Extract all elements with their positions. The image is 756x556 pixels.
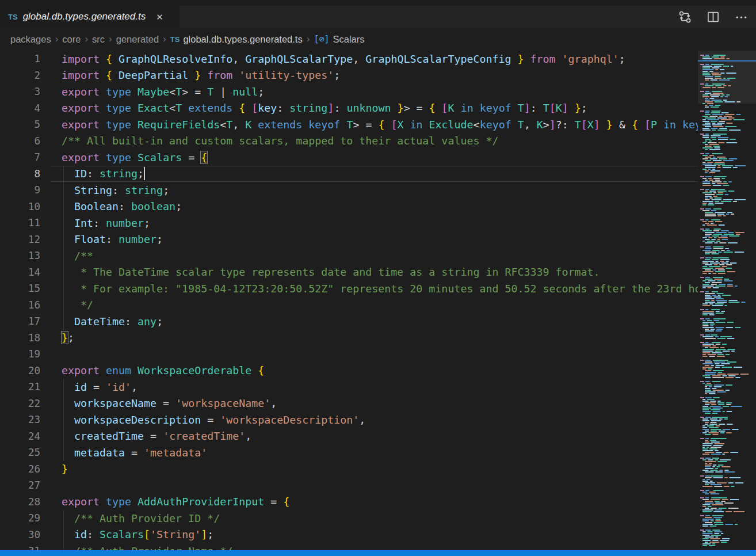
- line-number[interactable]: 11: [0, 217, 40, 229]
- code-line-4[interactable]: 4export type Exact<T extends { [key: str…: [0, 100, 698, 117]
- close-icon[interactable]: ✕: [154, 12, 166, 22]
- code-text[interactable]: String: string;: [62, 184, 169, 196]
- code-line-24[interactable]: 24 createdTime = 'createdTime',: [0, 428, 698, 445]
- code-line-22[interactable]: 22 workspaceName = 'workspaceName',: [0, 395, 698, 412]
- code-text[interactable]: export type Exact<T extends { [key: stri…: [62, 102, 587, 114]
- line-number[interactable]: 16: [0, 299, 40, 311]
- code-text[interactable]: * The DateTime scalar type represents da…: [62, 266, 600, 278]
- code-text[interactable]: export type Maybe<T> = T | null;: [62, 86, 264, 98]
- code-text[interactable]: DateTime: any;: [62, 315, 163, 327]
- code-text[interactable]: export enum WorkspaceOrderable {: [62, 364, 264, 376]
- code-text[interactable]: /** Auth Provider ID */: [62, 512, 220, 524]
- line-number[interactable]: 3: [0, 86, 40, 97]
- code-line-14[interactable]: 14 * The DateTime scalar type represents…: [0, 264, 698, 281]
- code-line-28[interactable]: 28export type AddAuthProviderInput = {: [0, 494, 698, 511]
- code-text[interactable]: id = 'id',: [62, 381, 138, 393]
- line-number[interactable]: 14: [0, 266, 40, 278]
- line-number[interactable]: 8: [0, 168, 40, 180]
- breadcrumb-item-global-db-types-generated-ts[interactable]: TSglobal.db.types.generated.ts: [170, 34, 303, 45]
- line-number[interactable]: 23: [0, 414, 40, 425]
- code-text[interactable]: Float: number;: [62, 233, 163, 245]
- line-number[interactable]: 20: [0, 365, 40, 376]
- code-text[interactable]: import { GraphQLResolveInfo, GraphQLScal…: [62, 53, 625, 65]
- breadcrumb-item-generated[interactable]: generated: [116, 34, 159, 45]
- code-text[interactable]: }: [62, 463, 68, 475]
- line-number[interactable]: 2: [0, 70, 40, 81]
- line-number[interactable]: 4: [0, 102, 40, 114]
- code-text[interactable]: import { DeepPartial } from 'utility-typ…: [62, 69, 340, 81]
- code-line-10[interactable]: 10 Boolean: boolean;: [0, 199, 698, 215]
- code-text[interactable]: ID: string;: [62, 167, 145, 180]
- code-line-6[interactable]: 6/** All built-in and custom scalars, ma…: [0, 133, 698, 150]
- code-line-3[interactable]: 3export type Maybe<T> = T | null;: [0, 83, 698, 100]
- line-number[interactable]: 13: [0, 250, 40, 261]
- code-line-9[interactable]: 9 String: string;: [0, 182, 698, 199]
- code-line-27[interactable]: 27: [0, 477, 698, 494]
- line-number[interactable]: 12: [0, 234, 40, 245]
- code-text[interactable]: /**: [62, 250, 93, 262]
- code-text[interactable]: workspaceDescription = 'workspaceDescrip…: [62, 414, 365, 426]
- line-number[interactable]: 9: [0, 184, 40, 196]
- code-text[interactable]: Boolean: boolean;: [62, 200, 182, 212]
- line-number[interactable]: 25: [0, 447, 40, 458]
- code-line-5[interactable]: 5export type RequireFields<T, K extends …: [0, 116, 698, 133]
- more-actions-icon[interactable]: [735, 10, 748, 24]
- line-number[interactable]: 28: [0, 496, 40, 508]
- line-number[interactable]: 19: [0, 348, 40, 360]
- code-text[interactable]: id: Scalars['String'];: [62, 528, 213, 540]
- line-number[interactable]: 26: [0, 463, 40, 475]
- line-number[interactable]: 6: [0, 135, 40, 147]
- code-text[interactable]: metadata = 'metadata': [62, 447, 207, 459]
- code-line-16[interactable]: 16 */: [0, 297, 698, 314]
- code-line-11[interactable]: 11 Int: number;: [0, 215, 698, 231]
- code-editor[interactable]: 1import { GraphQLResolveInfo, GraphQLSca…: [0, 51, 698, 556]
- line-number[interactable]: 15: [0, 283, 40, 294]
- code-line-18[interactable]: 18};: [0, 330, 698, 346]
- line-number[interactable]: 22: [0, 398, 40, 409]
- compare-changes-icon[interactable]: [678, 10, 692, 24]
- code-line-23[interactable]: 23 workspaceDescription = 'workspaceDesc…: [0, 412, 698, 428]
- line-number[interactable]: 17: [0, 315, 40, 327]
- code-line-1[interactable]: 1import { GraphQLResolveInfo, GraphQLSca…: [0, 51, 698, 67]
- breadcrumb-item-scalars[interactable]: [⊘]Scalars: [314, 34, 364, 45]
- code-text[interactable]: };: [62, 332, 74, 344]
- code-line-21[interactable]: 21 id = 'id',: [0, 379, 698, 395]
- code-line-15[interactable]: 15 * For example: "1985-04-12T23:20:50.5…: [0, 280, 698, 297]
- line-number[interactable]: 30: [0, 529, 40, 540]
- code-text[interactable]: workspaceName = 'workspaceName',: [62, 397, 277, 409]
- line-number[interactable]: 24: [0, 431, 40, 442]
- line-number[interactable]: 27: [0, 479, 40, 491]
- code-line-2[interactable]: 2import { DeepPartial } from 'utility-ty…: [0, 67, 698, 84]
- code-text[interactable]: export type RequireFields<T, K extends k…: [62, 119, 698, 131]
- code-text[interactable]: Int: number;: [62, 217, 150, 229]
- minimap[interactable]: [698, 51, 756, 550]
- code-line-19[interactable]: 19: [0, 346, 698, 363]
- code-line-12[interactable]: 12 Float: number;: [0, 231, 698, 248]
- breadcrumb-item-src[interactable]: src: [92, 34, 105, 45]
- line-number[interactable]: 21: [0, 381, 40, 393]
- line-number[interactable]: 29: [0, 512, 40, 524]
- tab-global.db.types.generated.ts[interactable]: TS global.db.types.generated.ts ✕: [0, 6, 180, 28]
- code-text[interactable]: */: [62, 299, 93, 311]
- line-number[interactable]: 10: [0, 201, 40, 212]
- code-line-30[interactable]: 30 id: Scalars['String'];: [0, 527, 698, 543]
- code-line-26[interactable]: 26}: [0, 461, 698, 478]
- code-text[interactable]: /** All built-in and custom scalars, map…: [62, 135, 498, 147]
- code-line-7[interactable]: 7export type Scalars = {: [0, 149, 698, 166]
- code-line-25[interactable]: 25 metadata = 'metadata': [0, 444, 698, 461]
- code-line-13[interactable]: 13 /**: [0, 247, 698, 264]
- code-line-29[interactable]: 29 /** Auth Provider ID */: [0, 510, 698, 527]
- code-line-8[interactable]: 8 ID: string;: [0, 166, 698, 182]
- code-text[interactable]: createdTime = 'createdTime',: [62, 430, 251, 442]
- code-text[interactable]: export type AddAuthProviderInput = {: [62, 496, 289, 508]
- minimap-canvas[interactable]: [698, 51, 756, 550]
- breadcrumb-item-core[interactable]: core: [62, 34, 81, 45]
- line-number[interactable]: 1: [0, 53, 40, 64]
- line-number[interactable]: 18: [0, 332, 40, 344]
- code-text[interactable]: export type Scalars = {: [62, 151, 207, 163]
- code-text[interactable]: * For example: "1985-04-12T23:20:50.52Z"…: [62, 283, 698, 295]
- line-number[interactable]: 7: [0, 151, 40, 163]
- code-line-20[interactable]: 20export enum WorkspaceOrderable {: [0, 363, 698, 379]
- code-line-17[interactable]: 17 DateTime: any;: [0, 313, 698, 330]
- split-editor-icon[interactable]: [707, 10, 720, 24]
